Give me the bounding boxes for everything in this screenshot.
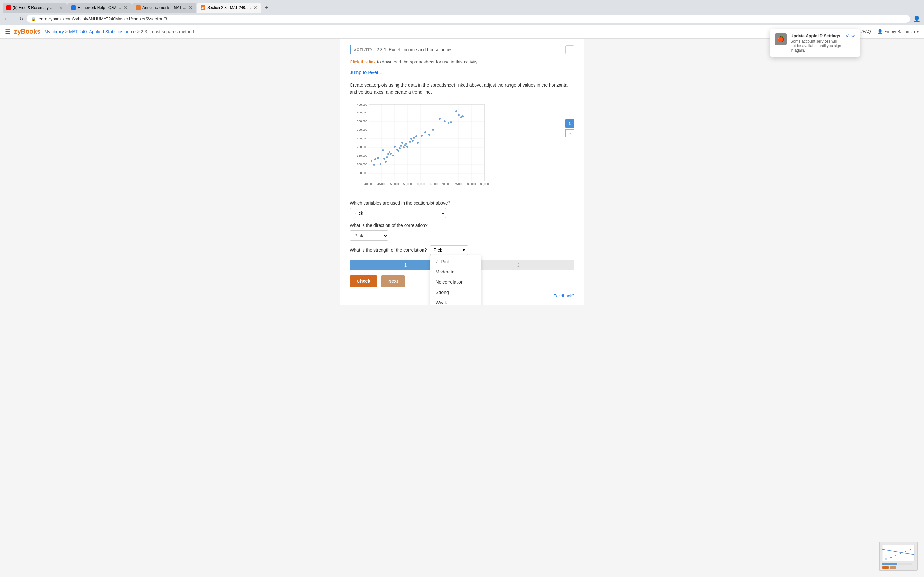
question2-select[interactable]: Pick <box>350 230 388 241</box>
tab-close-announcements[interactable]: ✕ <box>189 5 192 10</box>
svg-point-68 <box>415 135 417 137</box>
dropdown-item-strong[interactable]: Strong <box>430 287 481 298</box>
check-button[interactable]: Check <box>350 276 377 287</box>
svg-point-70 <box>421 135 423 137</box>
svg-point-62 <box>405 143 407 145</box>
tab-label-yt: (5) Fred & Rosemary West And... <box>13 5 57 10</box>
tab-label-section: Section 2.3 - MAT 240: Applie... <box>207 5 252 10</box>
link-suffix: to download the spreadsheet for use in t… <box>377 59 478 64</box>
tab-close-yt[interactable]: ✕ <box>59 5 63 10</box>
svg-point-50 <box>387 153 389 155</box>
svg-point-53 <box>393 155 394 156</box>
user-label: Emory Bachman <box>884 29 915 34</box>
svg-text:350,000: 350,000 <box>357 119 367 123</box>
svg-text:300,000: 300,000 <box>357 128 367 131</box>
tab-yt[interactable]: (5) Fred & Rosemary West And... ✕ <box>3 3 67 13</box>
tab-announcements[interactable]: Announcements - MAT-240-J... ✕ <box>132 3 196 13</box>
svg-text:250,000: 250,000 <box>357 137 367 140</box>
apple-id-icon: 🍎 <box>775 33 787 45</box>
level-1-badge[interactable]: 1 <box>565 119 574 128</box>
svg-point-41 <box>371 160 373 161</box>
question3-text: What is the strength of the correlation? <box>350 247 427 253</box>
svg-point-57 <box>399 147 401 149</box>
breadcrumb-library[interactable]: My library <box>44 29 64 34</box>
dropdown-item-pick-label: Pick <box>441 259 449 264</box>
dropdown-item-pick[interactable]: ✓ Pick <box>430 256 481 267</box>
dropdown-item-no-correlation[interactable]: No correlation <box>430 277 481 287</box>
dropdown-item-moderate[interactable]: Moderate <box>430 267 481 277</box>
svg-point-60 <box>403 147 405 148</box>
notification-action[interactable]: View <box>846 33 855 38</box>
notification-title: Update Apple ID Settings <box>790 33 842 38</box>
level-indicators: 1 2 <box>565 119 574 139</box>
tab-favicon-announcements <box>136 5 141 10</box>
svg-point-48 <box>384 161 387 163</box>
level-section: Jump to level 1 1 2 <box>350 69 574 75</box>
tab-close-homework[interactable]: ✕ <box>124 5 128 10</box>
scatterplot: 0 50,000 100,000 150,000 200,000 250,000… <box>350 101 491 194</box>
new-tab-button[interactable]: + <box>262 3 271 12</box>
question1-text: Which variables are used in the scatterp… <box>350 200 574 205</box>
left-spacer <box>0 39 51 305</box>
dropdown-item-no-correlation-label: No correlation <box>435 279 463 285</box>
tab-close-section[interactable]: ✕ <box>254 5 257 10</box>
activity-header: ACTIVITY 2.3.1: Excel: Income and house … <box>350 45 574 54</box>
svg-point-59 <box>401 142 403 143</box>
svg-text:55,000: 55,000 <box>403 182 412 185</box>
svg-point-56 <box>397 150 399 152</box>
check-icon: ✓ <box>435 259 439 264</box>
feedback-link[interactable]: Feedback? <box>554 293 574 298</box>
tab-label-announcements: Announcements - MAT-240-J... <box>142 5 187 10</box>
user-profile-link[interactable]: 👤 Emory Bachman ▾ <box>877 29 919 34</box>
tab-bar: (5) Fred & Rosemary West And... ✕ Homewo… <box>0 0 924 13</box>
svg-point-73 <box>432 129 434 131</box>
svg-point-76 <box>447 122 449 124</box>
hamburger-menu[interactable]: ☰ <box>5 28 10 35</box>
spreadsheet-link[interactable]: Click this link <box>350 59 376 64</box>
svg-point-71 <box>425 131 426 133</box>
svg-point-46 <box>382 149 384 151</box>
scatterplot-container: 0 50,000 100,000 150,000 200,000 250,000… <box>350 101 574 194</box>
svg-point-67 <box>413 137 415 139</box>
notification-content: Update Apple ID Settings Some account se… <box>790 33 842 53</box>
question1-select[interactable]: Pick <box>350 208 446 218</box>
activity-title: 2.3.1: Excel: Income and house prices. <box>376 47 454 52</box>
refresh-button[interactable]: ↻ <box>19 16 23 22</box>
svg-point-66 <box>412 140 414 142</box>
lock-icon: 🔒 <box>31 17 36 21</box>
next-button[interactable]: Next <box>381 276 405 287</box>
svg-point-72 <box>428 134 430 135</box>
zybooks-logo[interactable]: zyBooks <box>14 28 40 35</box>
svg-text:50,000: 50,000 <box>390 182 399 185</box>
question3-dropdown-trigger[interactable]: Pick ▾ <box>430 245 468 255</box>
svg-text:100,000: 100,000 <box>357 163 367 166</box>
svg-point-69 <box>417 142 419 143</box>
instructions-text: Create scatterplots using the data in th… <box>350 81 574 96</box>
svg-text:200,000: 200,000 <box>357 145 367 149</box>
breadcrumb: My library > MAT 240: Applied Statistics… <box>44 29 194 34</box>
svg-text:45,000: 45,000 <box>377 182 386 185</box>
level-2-badge[interactable]: 2 <box>565 129 574 139</box>
back-button[interactable]: ← <box>4 16 9 22</box>
notification-popup: 🍎 Update Apple ID Settings Some account … <box>770 29 860 57</box>
notification-body: Some account services will not be availa… <box>790 39 842 53</box>
svg-text:75,000: 75,000 <box>454 182 463 185</box>
svg-point-45 <box>380 163 381 165</box>
dropdown-item-weak[interactable]: Weak <box>430 298 481 305</box>
question2-text: What is the direction of the correlation… <box>350 223 574 228</box>
url-bar[interactable]: 🔒 learn.zybooks.com/zybook/SNHUMAT240Mas… <box>27 15 910 23</box>
svg-point-74 <box>439 118 441 119</box>
tab-section[interactable]: zy Section 2.3 - MAT 240: Applie... ✕ <box>197 3 261 13</box>
svg-rect-0 <box>369 104 485 181</box>
collapse-button[interactable]: — <box>565 45 574 54</box>
tab-homework[interactable]: Homework Help - Q&A from O... ✕ <box>67 3 132 13</box>
svg-point-61 <box>404 144 406 146</box>
svg-point-79 <box>458 114 460 116</box>
profile-icon[interactable]: 👤 <box>913 15 920 23</box>
jump-to-level-link[interactable]: Jump to level 1 <box>350 69 382 75</box>
svg-point-64 <box>409 141 411 143</box>
svg-point-42 <box>373 164 375 166</box>
breadcrumb-course[interactable]: MAT 240: Applied Statistics home <box>69 29 136 34</box>
forward-button[interactable]: → <box>11 16 17 22</box>
tab-favicon-zy: zy <box>201 5 205 10</box>
